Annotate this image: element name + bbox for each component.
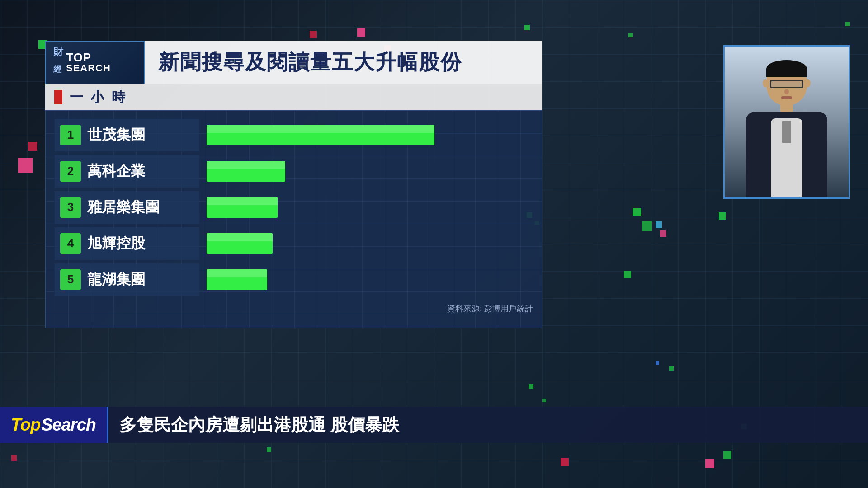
bar-container <box>199 155 533 188</box>
stock-name: 雅居樂集團 <box>87 197 160 217</box>
ticker-label: Top Search <box>0 407 107 443</box>
rank-badge: 2 <box>60 161 81 182</box>
rank-badge: 5 <box>60 269 81 290</box>
chart-row: 2 萬科企業 <box>55 155 533 188</box>
chart-rows: 1 世茂集團 2 萬科企業 3 雅居樂集團 4 <box>55 119 533 296</box>
ticker-top-word: Top <box>11 415 40 435</box>
bar <box>207 269 267 290</box>
stock-name: 旭輝控股 <box>87 234 145 253</box>
chart-row: 1 世茂集團 <box>55 119 533 151</box>
webcam-person <box>725 47 849 197</box>
bar-container <box>199 191 533 224</box>
stock-name: 世茂集團 <box>87 125 145 145</box>
name-panel: 1 世茂集團 <box>55 119 199 151</box>
time-label: 一 小 時 <box>70 88 127 107</box>
logo-top-search: TOP SEARCH <box>66 52 111 73</box>
ticker-text: 多隻民企內房遭剔出港股通 股價暴跌 <box>119 413 399 436</box>
ticker-content: 多隻民企內房遭剔出港股通 股價暴跌 <box>107 407 868 443</box>
rank-badge: 1 <box>60 125 81 145</box>
header-title: 新聞搜尋及閱讀量五大升幅股份 <box>158 48 462 76</box>
chart-area: 1 世茂集團 2 萬科企業 3 雅居樂集團 4 <box>45 110 542 328</box>
bar-container <box>199 119 533 151</box>
logo-box: 財經 TOP SEARCH <box>45 41 145 84</box>
name-panel: 2 萬科企業 <box>55 155 199 188</box>
time-bar: 一 小 時 <box>45 84 542 110</box>
header-bar: 財經 TOP SEARCH 新聞搜尋及閱讀量五大升幅股份 <box>45 41 542 84</box>
name-panel: 3 雅居樂集團 <box>55 191 199 224</box>
logo-top-text: TOP <box>66 52 111 63</box>
bottom-ticker: Top Search 多隻民企內房遭剔出港股通 股價暴跌 <box>0 407 868 443</box>
title-box: 新聞搜尋及閱讀量五大升幅股份 <box>145 41 542 84</box>
stock-name: 萬科企業 <box>87 161 145 181</box>
bar <box>207 161 285 182</box>
name-panel: 4 旭輝控股 <box>55 227 199 260</box>
logo-cai-char: 財經 <box>53 45 63 80</box>
bar <box>207 197 278 218</box>
webcam-box <box>723 45 850 199</box>
bar <box>207 125 434 145</box>
chart-row: 5 龍湖集團 <box>55 263 533 296</box>
bar-container <box>199 227 533 260</box>
time-indicator <box>54 90 62 104</box>
stock-name: 龍湖集團 <box>87 270 145 290</box>
source-note: 資料來源: 彭博用戶統計 <box>55 300 533 314</box>
rank-badge: 4 <box>60 233 81 254</box>
bar-container <box>199 263 533 296</box>
main-panel: 財經 TOP SEARCH 新聞搜尋及閱讀量五大升幅股份 一 小 時 1 世茂集… <box>45 41 542 328</box>
logo-search-text: SEARCH <box>66 63 111 73</box>
rank-badge: 3 <box>60 197 81 218</box>
bar <box>207 233 273 254</box>
chart-row: 3 雅居樂集團 <box>55 191 533 224</box>
ticker-search-word: Search <box>41 415 96 435</box>
name-panel: 5 龍湖集團 <box>55 263 199 296</box>
chart-row: 4 旭輝控股 <box>55 227 533 260</box>
